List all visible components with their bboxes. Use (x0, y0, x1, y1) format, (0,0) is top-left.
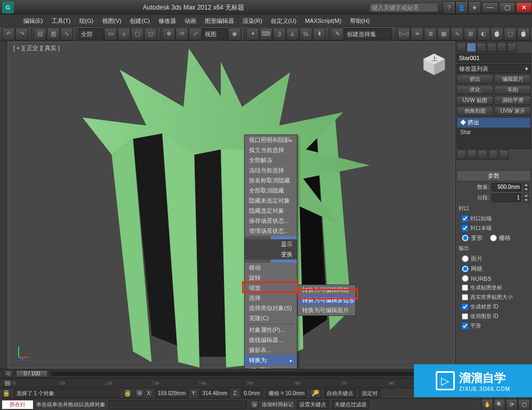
star-icon[interactable]: ★ (468, 1, 481, 14)
make-unique-icon[interactable] (478, 150, 487, 160)
move-icon[interactable]: ✥ (162, 28, 175, 40)
ref-coord-dropdown[interactable]: 视图 (202, 28, 228, 40)
maxscript-mini-listener[interactable] (109, 400, 247, 409)
ctx-convert-to[interactable]: 转换为:▸ (245, 355, 297, 365)
menu-rendering[interactable]: 渲染(R) (238, 15, 267, 26)
x-input[interactable]: 159.029mm (155, 389, 188, 398)
key-mode-icon[interactable]: 🔑 (310, 389, 321, 398)
trackbar-open-icon[interactable]: ▤ (3, 380, 12, 387)
render-icon[interactable]: 🍵 (517, 28, 530, 40)
stack-item-extrude[interactable]: ◆ 挤出 (457, 118, 530, 128)
btn-editpatch[interactable]: 编辑面片 (494, 74, 531, 84)
script-listener[interactable]: 所在行 (2, 400, 33, 409)
ctx-unhide-name[interactable]: 按名称取消隐藏 (245, 175, 297, 186)
btn-turbosmooth[interactable]: 涡轮平滑 (494, 96, 531, 105)
help-icon[interactable]: ? (443, 1, 455, 14)
menu-grapheditors[interactable]: 图形编辑器 (201, 15, 238, 26)
ctx-curve-editor[interactable]: 曲线编辑器... (245, 335, 297, 345)
sub-editable-poly[interactable]: 转换为可编辑多边形 (298, 295, 355, 305)
orbit-icon[interactable]: ⟳ (506, 399, 518, 410)
btn-optimize[interactable]: 优化 (456, 85, 493, 95)
ctx-select-similar[interactable]: 选择类似对象(S) (245, 303, 297, 313)
check-useshapeid[interactable] (462, 313, 468, 320)
ctx-unfreeze-all[interactable]: 全部解冻 (245, 155, 297, 165)
check-smooth[interactable] (462, 323, 468, 329)
maximize-viewport-icon[interactable]: ▢ (518, 399, 530, 410)
radio-grid[interactable] (490, 235, 497, 241)
menu-tools[interactable]: 工具(T) (47, 15, 75, 26)
redo-icon[interactable]: ↷ (15, 28, 28, 40)
percent-snap-icon[interactable]: % (300, 28, 312, 40)
check-genmap[interactable] (462, 285, 468, 291)
object-name-input[interactable]: Star001 (456, 53, 531, 63)
ctx-move[interactable]: 移动 (245, 263, 297, 273)
snap-toggle-icon[interactable]: 3 (273, 28, 286, 40)
sub-editable-mesh[interactable]: 转换为可编辑网格 (298, 285, 355, 295)
ctx-manage-state[interactable]: 管理场景状态... (245, 226, 297, 236)
ctx-hide-unsel[interactable]: 隐藏未选定对象 (245, 196, 297, 206)
mirror-icon[interactable]: ▷◁ (397, 28, 410, 40)
menu-group[interactable]: 组(G) (75, 15, 98, 26)
ctx-save-state[interactable]: 保存场景状态... (245, 216, 297, 226)
tab-create-icon[interactable] (456, 43, 466, 52)
close-button[interactable]: ✕ (516, 2, 532, 13)
y-input[interactable]: 314.46mm (200, 389, 230, 398)
unlink-icon[interactable]: ⛓̸ (47, 28, 60, 40)
ctx-select[interactable]: 选择 (245, 293, 297, 303)
curve-editor-icon[interactable]: ∿ (451, 28, 463, 40)
menu-animation[interactable]: 动画 (180, 15, 201, 26)
select-by-name-icon[interactable]: ≡ (118, 28, 130, 40)
edit-named-sel-icon[interactable]: ✎ (331, 28, 344, 40)
maximize-button[interactable]: ▢ (499, 2, 515, 13)
time-prev-icon[interactable]: < (4, 370, 13, 378)
viewcube-icon[interactable]: 上 (421, 52, 447, 77)
ribbon-toggle-icon[interactable]: ▦ (437, 28, 450, 40)
rollout-parameters[interactable]: 参数 (456, 170, 531, 181)
keyboard-shortcut-icon[interactable]: ⌨ (260, 28, 272, 40)
scale-icon[interactable]: ⤢ (189, 28, 202, 40)
lock-selection-icon[interactable]: 🔒 (2, 389, 11, 398)
manipulate-icon[interactable]: ✦ (246, 28, 259, 40)
align-icon[interactable]: ≑ (411, 28, 423, 40)
tab-modify-icon[interactable] (467, 43, 476, 52)
tab-display-icon[interactable] (497, 43, 506, 52)
menu-edit[interactable]: 编辑(E) (19, 15, 47, 26)
btn-lathe[interactable]: 车削 (494, 85, 531, 95)
check-realworld[interactable] (462, 294, 468, 300)
configure-sets-icon[interactable] (499, 150, 509, 160)
link-icon[interactable]: ⛓ (34, 28, 46, 40)
setkey-button[interactable]: 设置关键点 (297, 400, 329, 409)
rotate-icon[interactable]: ⟳ (176, 28, 188, 40)
schematic-view-icon[interactable]: ⊞ (464, 28, 477, 40)
tab-utilities-icon[interactable] (507, 43, 517, 52)
abs-rel-icon[interactable]: ⊕ (135, 389, 144, 398)
material-editor-icon[interactable]: ◐ (477, 28, 490, 40)
check-genmatid[interactable] (462, 304, 468, 310)
pivot-icon[interactable]: ◉ (228, 28, 241, 40)
named-selection-dropdown[interactable]: 创建选择集 (344, 28, 392, 40)
z-input[interactable]: 0.0mm (241, 389, 263, 398)
select-icon[interactable]: ▭ (104, 28, 117, 40)
undo-icon[interactable]: ↶ (2, 28, 15, 40)
selection-lock-icon[interactable]: 🔒 (123, 389, 132, 398)
show-end-result-icon[interactable] (467, 150, 477, 160)
menu-views[interactable]: 视图(V) (98, 15, 126, 26)
window-crossing-icon[interactable]: ◫ (144, 28, 157, 40)
modifier-list-dropdown[interactable]: 修改器列表▾ (456, 64, 531, 73)
radio-patch[interactable] (462, 255, 469, 262)
ctx-isolate[interactable]: 孤立当前选择 (245, 145, 297, 155)
selection-filter-dropdown[interactable]: 全部 (78, 28, 104, 40)
signin-icon[interactable]: 👤 (455, 1, 468, 14)
ctx-properties[interactable]: 对象属性(P)... (245, 325, 297, 335)
segments-spin-buttons[interactable]: ▲▼ (523, 194, 529, 202)
btn-extrude[interactable]: 挤出 (456, 74, 493, 84)
amount-spinner[interactable]: 500.0mm (492, 183, 521, 191)
sub-editable-patch[interactable]: 转换为可编辑面片 (298, 305, 355, 315)
check-capstart[interactable] (462, 215, 468, 222)
btn-bevelprofile[interactable]: 倒角剖面 (456, 106, 493, 116)
ctx-dope-sheet[interactable]: 摄影表... (245, 345, 297, 355)
radio-mesh[interactable] (462, 265, 469, 272)
tab-motion-icon[interactable] (487, 43, 496, 52)
ctx-hide-sel[interactable]: 隐藏选定对象 (245, 206, 297, 216)
ctx-scale[interactable]: 缩放 (245, 283, 297, 293)
